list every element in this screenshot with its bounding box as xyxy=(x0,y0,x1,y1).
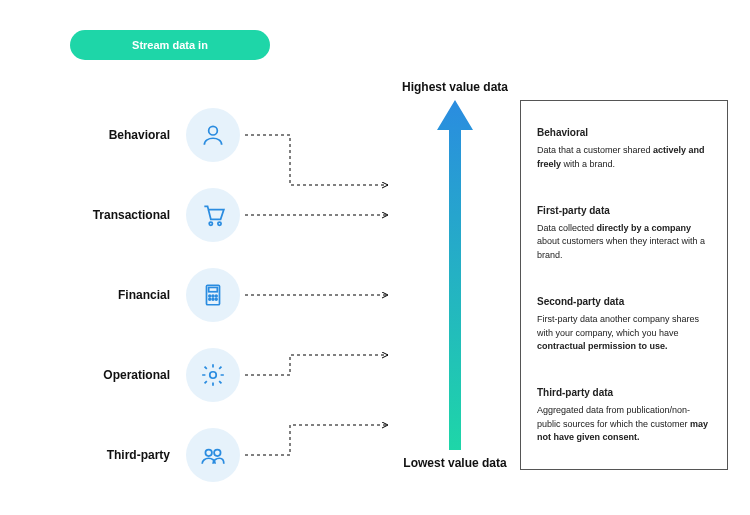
definition-body: Data collected directly by a company abo… xyxy=(537,222,711,263)
svg-point-2 xyxy=(218,222,221,225)
definition-title: Third-party data xyxy=(537,385,711,400)
definition-third-party: Third-party data Aggregated data from pu… xyxy=(537,385,711,445)
definition-first-party: First-party data Data collected directly… xyxy=(537,203,711,263)
category-transactional: Transactional xyxy=(70,175,240,255)
definition-title: First-party data xyxy=(537,203,711,218)
category-label: Third-party xyxy=(107,448,170,462)
user-icon xyxy=(186,108,240,162)
svg-point-0 xyxy=(209,126,218,135)
svg-point-5 xyxy=(209,295,211,297)
gear-icon xyxy=(186,348,240,402)
cart-icon xyxy=(186,188,240,242)
stream-button-label: Stream data in xyxy=(132,39,208,51)
category-third-party: Third-party xyxy=(70,415,240,495)
definition-body: Data that a customer shared actively and… xyxy=(537,144,711,171)
definition-title: Second-party data xyxy=(537,294,711,309)
category-operational: Operational xyxy=(70,335,240,415)
lowest-value-label: Lowest value data xyxy=(403,456,506,470)
category-label: Operational xyxy=(103,368,170,382)
category-label: Behavioral xyxy=(109,128,170,142)
category-label: Financial xyxy=(118,288,170,302)
definition-title: Behavioral xyxy=(537,125,711,140)
value-arrow-region: Highest value data Lowest value data xyxy=(395,80,515,480)
connector-lines xyxy=(240,95,390,495)
category-list: Behavioral Transactional Financial Opera… xyxy=(70,95,240,495)
svg-point-8 xyxy=(209,298,211,300)
svg-point-13 xyxy=(214,450,221,457)
calculator-icon xyxy=(186,268,240,322)
svg-point-9 xyxy=(212,298,214,300)
definition-second-party: Second-party data First-party data anoth… xyxy=(537,294,711,354)
category-behavioral: Behavioral xyxy=(70,95,240,175)
svg-point-1 xyxy=(209,222,212,225)
svg-point-6 xyxy=(212,295,214,297)
group-icon xyxy=(186,428,240,482)
svg-point-7 xyxy=(215,295,217,297)
svg-point-11 xyxy=(210,372,217,379)
value-arrow-icon xyxy=(435,100,475,450)
definition-behavioral: Behavioral Data that a customer shared a… xyxy=(537,125,711,171)
definitions-panel: Behavioral Data that a customer shared a… xyxy=(520,100,728,470)
highest-value-label: Highest value data xyxy=(402,80,508,94)
svg-point-10 xyxy=(215,298,217,300)
category-financial: Financial xyxy=(70,255,240,335)
definition-body: Aggregated data from publication/non-pub… xyxy=(537,404,711,445)
stream-data-button[interactable]: Stream data in xyxy=(70,30,270,60)
svg-rect-4 xyxy=(209,287,218,291)
svg-point-12 xyxy=(205,450,212,457)
definition-body: First-party data another company shares … xyxy=(537,313,711,354)
category-label: Transactional xyxy=(93,208,170,222)
